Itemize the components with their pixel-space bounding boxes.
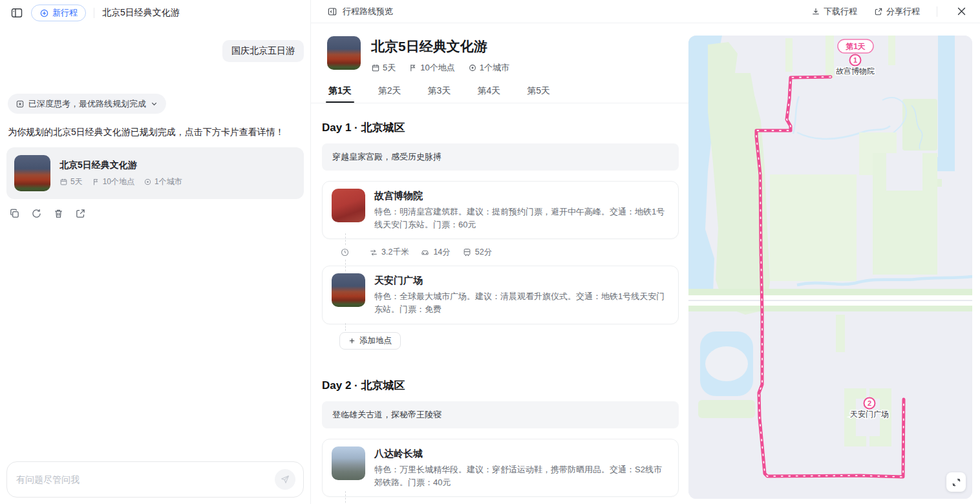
chat-panel: 新行程 北京5日经典文化游 国庆北京五日游 已深度思考，最优路线规划完成 为你规…: [0, 0, 310, 504]
add-place-label: 添加地点: [359, 335, 392, 346]
thinking-status-text: 已深度思考，最优路线规划完成: [28, 98, 146, 110]
svg-text:第1天: 第1天: [845, 42, 866, 51]
share-box-icon: [874, 7, 883, 16]
calendar-icon: [59, 178, 68, 186]
chat-input[interactable]: [16, 474, 275, 485]
new-trip-button[interactable]: 新行程: [31, 5, 86, 21]
plus-icon: [348, 337, 356, 344]
copy-icon[interactable]: [9, 208, 20, 219]
thinking-status-pill[interactable]: 已深度思考，最优路线规划完成: [8, 94, 166, 114]
download-icon: [811, 7, 820, 16]
tab-day-2[interactable]: 第2天: [377, 83, 403, 103]
tab-day-1[interactable]: 第1天: [327, 83, 353, 103]
place-card-gugong[interactable]: 故宫博物院 特色：明清皇宫建筑群。建议：提前预约门票，避开中午高峰。交通：地铁1…: [322, 181, 679, 239]
send-button[interactable]: [275, 469, 295, 490]
day2-heading: Day 2 · 北京城区: [322, 378, 679, 393]
place-thumbnail: [332, 446, 365, 480]
trip-card-days: 5天: [70, 176, 83, 187]
place-name: 八达岭长城: [374, 448, 669, 460]
chat-title: 北京5日经典文化游: [102, 7, 180, 19]
flag-icon: [92, 178, 100, 186]
place-name: 天安门广场: [374, 275, 669, 287]
map-canvas: 第1天 1 故宫博物院 2 天安门广场: [688, 36, 972, 499]
itinerary-panel: 北京5日经典文化游 5天 10个地点 1个城市 第1天 第2天 第3天 第4天: [310, 23, 688, 504]
svg-text:2: 2: [868, 399, 871, 407]
share-trip-label: 分享行程: [886, 6, 920, 17]
trip-card-thumbnail: [14, 155, 50, 191]
place-thumbnail: [332, 189, 365, 222]
deep-think-icon: [16, 100, 25, 109]
transit-info-day2: 33.6千米 50分 2小时1分: [322, 499, 679, 504]
expand-icon: [952, 478, 961, 487]
trip-header-thumbnail: [327, 36, 361, 70]
trip-result-card[interactable]: 北京5日经典文化游 5天 10个地点 1个城市: [6, 147, 304, 199]
new-trip-label: 新行程: [52, 7, 78, 19]
expand-map-button[interactable]: [946, 472, 966, 492]
regenerate-icon[interactable]: [31, 208, 42, 219]
trip-cities: 1个城市: [480, 62, 509, 74]
preview-title: 行程路线预览: [343, 6, 393, 17]
trip-card-places: 10个地点: [103, 176, 134, 187]
tab-day-3[interactable]: 第3天: [427, 83, 453, 103]
sidebar-toggle-icon[interactable]: [9, 5, 25, 21]
chat-header: 新行程 北京5日经典文化游: [0, 0, 310, 26]
bus-icon: [462, 247, 472, 257]
day1-heading: Day 1 · 北京城区: [322, 120, 679, 135]
route-icon: [369, 248, 378, 257]
transit-drive-time: 14分: [433, 247, 450, 258]
header-separator: [937, 6, 937, 17]
location-icon: [468, 63, 477, 72]
share-trip-button[interactable]: 分享行程: [874, 6, 920, 17]
trip-days: 5天: [383, 62, 396, 74]
flag-icon: [409, 63, 418, 72]
transit-bus-time: 52分: [475, 247, 492, 258]
assistant-message: 为你规划的北京5日经典文化游已规划完成，点击下方卡片查看详情！: [8, 125, 303, 139]
calendar-icon: [371, 63, 380, 72]
send-icon: [280, 474, 290, 485]
trip-card-cities: 1个城市: [154, 176, 182, 187]
place-card-tiananmen[interactable]: 天安门广场 特色：全球最大城市广场。建议：清晨观看升旗仪式。交通：地铁1号线天安…: [322, 266, 679, 324]
clock-icon: [340, 246, 350, 258]
place-desc: 特色：全球最大城市广场。建议：清晨观看升旗仪式。交通：地铁1号线天安门东站。门票…: [374, 290, 669, 316]
car-icon: [420, 247, 430, 257]
panel-preview-icon: [327, 6, 337, 17]
place-name: 故宫博物院: [374, 190, 669, 202]
day1-summary: 穿越皇家宫殿，感受历史脉搏: [322, 143, 679, 171]
map-label-gugong: 故宫博物院: [836, 67, 875, 76]
day2-summary: 登临雄关古道，探秘帝王陵寝: [322, 401, 679, 428]
place-thumbnail: [332, 273, 365, 307]
transit-distance: 3.2千米: [381, 247, 409, 258]
add-place-button[interactable]: 添加地点: [339, 332, 401, 350]
preview-header-bar: 行程路线预览 下载行程 分享行程: [310, 0, 980, 23]
trip-card-title: 北京5日经典文化游: [59, 160, 182, 171]
svg-text:1: 1: [853, 56, 857, 64]
place-desc: 特色：万里长城精华段。建议：穿舒适运动鞋，携带防晒用品。交通：S2线市郊铁路。门…: [374, 463, 669, 489]
delete-icon[interactable]: [53, 208, 64, 219]
tab-day-4[interactable]: 第4天: [476, 83, 502, 103]
location-icon: [144, 178, 152, 186]
download-trip-button[interactable]: 下载行程: [811, 6, 857, 17]
trip-title: 北京5日经典文化游: [371, 37, 509, 56]
share-icon[interactable]: [75, 208, 86, 219]
user-message-bubble: 国庆北京五日游: [222, 40, 304, 62]
map-day-badge: 第1天: [838, 39, 873, 53]
chevron-down-icon: [150, 100, 158, 108]
close-icon[interactable]: [954, 5, 968, 19]
download-trip-label: 下载行程: [824, 6, 857, 17]
trip-places: 10个地点: [420, 62, 454, 74]
day-tabs: 第1天 第2天 第3天 第4天 第5天: [311, 83, 688, 103]
new-trip-icon: [39, 8, 49, 18]
message-actions: [9, 208, 310, 219]
map-label-tiananmen: 天安门广场: [850, 410, 889, 419]
route-map[interactable]: 第1天 1 故宫博物院 2 天安门广场: [688, 36, 972, 499]
chat-input-box: [6, 461, 304, 498]
transit-info-day1: 3.2千米 14分 52分: [322, 241, 679, 264]
header-divider: [94, 8, 94, 18]
place-desc: 特色：明清皇宫建筑群。建议：提前预约门票，避开中午高峰。交通：地铁1号线天安门东…: [374, 205, 669, 231]
tab-day-5[interactable]: 第5天: [526, 83, 551, 103]
place-card-badaling[interactable]: 八达岭长城 特色：万里长城精华段。建议：穿舒适运动鞋，携带防晒用品。交通：S2线…: [322, 439, 679, 497]
